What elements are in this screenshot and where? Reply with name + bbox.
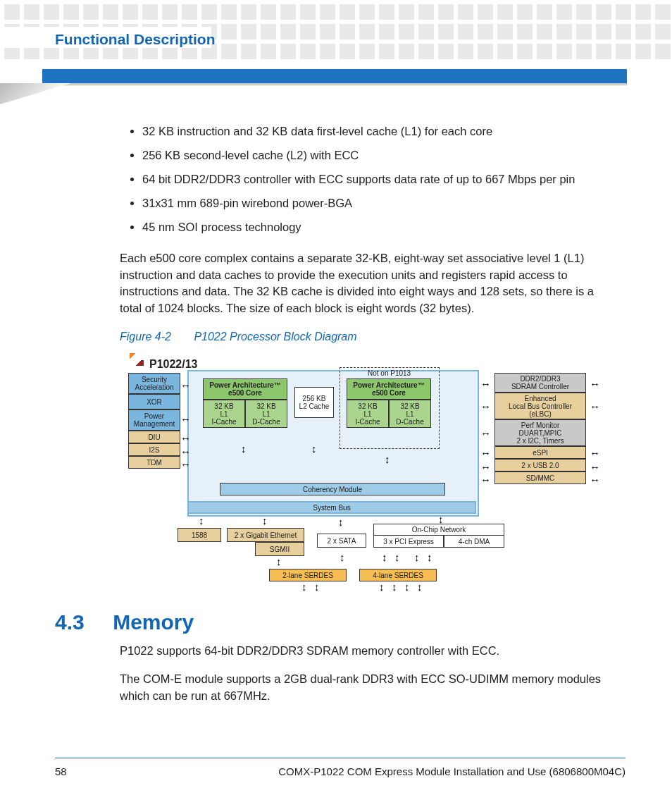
block-tdm: TDM [128,456,180,469]
block-ddr: DDR2/DDR3 SDRAM Controller [494,373,586,393]
arrow-icon: ↔ [480,462,491,472]
arrow-icon: ↕ [379,581,385,592]
arrow-icon: ↕ [301,581,307,592]
core1-title: Power Architecture™ e500 Core [203,378,287,400]
arrow-icon: ↔ [480,448,491,458]
doc-title: COMX-P1022 COM Express Module Installati… [278,765,626,777]
l2-cache: 256 KB L2 Cache [294,387,334,418]
arrow-icon: ↕ [427,552,433,562]
arrow-icon: ↔ [590,401,600,412]
section-number: 4.3 [55,610,85,634]
block-elbc: Enhanced Local Bus Controller (eLBC) [494,393,586,419]
arrow-icon: ↕ [311,443,317,454]
header-grey-wedge [0,83,70,104]
arrow-icon: ↔ [180,446,191,457]
arrow-icon: ↕ [314,581,320,592]
block-usb: 2 x USB 2.0 [494,459,586,472]
core2-dcache: 32 KB L1 D-Cache [389,400,431,428]
arrow-icon: ↔ [480,428,491,438]
block-gbe: 2 x Gigabit Ethernet [227,528,304,542]
arrow-icon: ↔ [180,459,191,469]
block-sata: 2 x SATA [317,534,366,548]
section-title: Memory [113,610,194,634]
footer-rule [55,758,626,758]
block-sdmmc: SD/MMC [494,472,586,484]
block-i2s: I2S [128,443,180,456]
arrow-icon: ↔ [480,378,491,389]
arrow-icon: ↕ [394,552,400,562]
arrow-icon: ↕ [338,517,344,527]
arrow-icon: ↕ [199,515,204,526]
core1-dcache: 32 KB L1 D-Cache [245,400,287,428]
block-xor: XOR [128,394,180,409]
arrow-icon: ↕ [385,454,390,464]
list-item: 45 nm SOI process technology [142,219,613,236]
list-item: 31x31 mm 689-pin wirebond power-BGA [142,195,613,212]
block-espi: eSPI [494,446,586,459]
block-dma: 4-ch DMA [444,535,504,548]
block-1588: 1588 [178,528,221,542]
page-footer: 58 COMX-P1022 COM Express Module Install… [55,765,626,777]
block-serdes4: 4-lane SERDES [359,569,437,581]
spec-list: 32 KB instruction and 32 KB data first-l… [120,123,613,236]
block-power-mgmt: Power Management [128,409,180,431]
arrow-icon: ↕ [262,515,268,526]
arrow-icon: ↔ [480,474,491,485]
body-paragraph: The COM-E module supports a 2GB dual-ran… [120,671,613,705]
block-sgmii: SGMII [255,542,304,556]
page-number: 58 [55,765,67,777]
section-heading: 4.3 Memory [55,610,618,634]
block-serdes2: 2-lane SERDES [269,569,347,581]
on-chip-network: On-Chip Network [373,524,504,535]
list-item: 256 KB second-level cache (L2) with ECC [142,147,613,164]
chapter-title: Functional Description [55,31,216,48]
list-item: 64 bit DDR2/DDR3 controller with ECC sup… [142,171,613,188]
block-diu: DIU [128,431,180,443]
list-item: 32 KB instruction and 32 KB data first-l… [142,123,613,140]
block-diagram: P1022/13 Coherency Module System Bus Sec… [128,352,604,591]
block-perf: Perf Monitor DUART,MPIC 2 x I2C, Timers [494,419,586,446]
arrow-icon: ↕ [404,581,410,592]
arrow-icon: ↕ [241,443,247,454]
arrow-icon: ↔ [180,433,191,443]
system-bus-label: System Bus [187,501,476,514]
coherency-module: Coherency Module [220,483,445,495]
not-on-p1013-label: Not on P1013 [368,369,411,379]
arrow-icon: ↕ [382,552,387,562]
arrow-icon: ↕ [438,514,444,524]
core2-title: Power Architecture™ e500 Core [347,378,431,400]
arrow-icon: ↔ [180,414,191,424]
figure-title: P1022 Processor Block Diagram [194,331,356,343]
body-paragraph: Each e500 core complex contains a separa… [120,250,613,318]
body-paragraph: P1022 supports 64-bit DDR2/DDR3 SDRAM me… [120,643,613,660]
arrow-icon: ↕ [340,552,345,562]
block-pcie: 3 x PCI Express [373,535,444,548]
arrow-icon: ↔ [480,401,491,412]
arrow-icon: ↕ [417,581,423,592]
freescale-logo-icon [130,353,145,369]
block-security: Security Acceleration [128,373,180,394]
core1-icache: 32 KB L1 I-Cache [203,400,245,428]
arrow-icon: ↔ [590,378,600,389]
arrow-icon: ↕ [414,552,420,562]
arrow-icon: ↔ [590,462,600,472]
arrow-icon: ↕ [276,556,282,567]
core2-icache: 32 KB L1 I-Cache [347,400,389,428]
arrow-icon: ↔ [590,474,600,485]
header-blue-bar [42,69,627,83]
arrow-icon: ↕ [392,581,397,592]
arrow-icon: ↔ [590,448,600,458]
header-grey-bar [42,83,627,86]
arrow-icon: ↔ [180,380,191,390]
figure-caption: Figure 4-2 P1022 Processor Block Diagram [120,328,613,345]
figure-number: Figure 4-2 [120,331,171,343]
